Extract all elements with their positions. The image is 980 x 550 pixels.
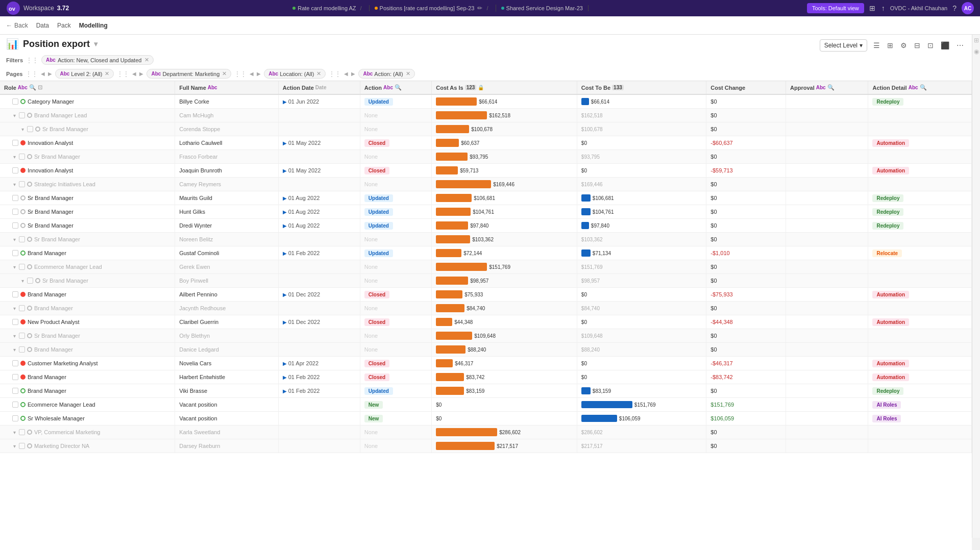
table-row: ▾ Marketing Director NA Darsey RaeburnNo… (0, 439, 972, 453)
col-role-search[interactable]: 🔍 (29, 84, 36, 91)
select-level-button[interactable]: Select Level ▾ (820, 39, 867, 52)
checkbox-0[interactable] (12, 98, 18, 105)
nav-pack[interactable]: Pack (57, 22, 71, 29)
expand-btn-6[interactable]: ▾ (12, 182, 17, 187)
page-chip-close-0[interactable]: ✕ (105, 70, 109, 77)
back-button[interactable]: ← Back (6, 22, 28, 29)
right-panel-icon-2[interactable]: ◉ (974, 48, 979, 55)
checkbox-23[interactable] (12, 415, 18, 421)
pages-next-1[interactable]: ▶ (139, 71, 143, 77)
checkbox-16[interactable] (12, 319, 18, 325)
expand-btn-2[interactable]: ▾ (20, 127, 25, 132)
more-icon[interactable]: ⋯ (954, 40, 966, 51)
page-chip-2[interactable]: Abc Location: (All) ✕ (264, 69, 326, 79)
pages-next-3[interactable]: ▶ (351, 71, 355, 77)
checkbox-3[interactable] (12, 140, 18, 146)
checkbox-22[interactable] (12, 402, 18, 408)
filter-icon[interactable]: ⊟ (912, 40, 922, 51)
cell-actiondetail-17 (868, 329, 972, 343)
page-chip-0[interactable]: Abc Level 2: (All) ✕ (55, 69, 114, 79)
checkbox-20[interactable] (12, 374, 18, 380)
expand-btn-10[interactable]: ▾ (12, 237, 17, 242)
checkbox-8[interactable] (12, 209, 18, 215)
action-badge-7: Updated (364, 194, 393, 202)
help-icon[interactable]: ? (951, 3, 958, 13)
top-tab-2[interactable]: Shared Service Design Mar-23 (496, 5, 589, 11)
checkbox-19[interactable] (12, 360, 18, 366)
status-dot-25 (27, 443, 32, 448)
col-role-sort[interactable]: ⊡ (38, 84, 42, 91)
columns-icon[interactable]: ⊡ (925, 40, 936, 51)
grid-view-icon[interactable]: ⊞ (885, 40, 895, 51)
checkbox-13[interactable] (27, 278, 33, 284)
expand-btn-18[interactable]: ▾ (12, 347, 17, 353)
expand-btn-12[interactable]: ▾ (12, 264, 17, 270)
checkbox-25[interactable] (19, 443, 25, 449)
cell-date-12 (278, 260, 360, 274)
tools-default-view-button[interactable]: Tools: Default view (807, 3, 864, 13)
cost-change-val-21: $0 (710, 388, 717, 394)
expand-btn-24[interactable]: ▾ (12, 430, 17, 435)
page-chip-close-2[interactable]: ✕ (316, 70, 321, 77)
cell-approval-16 (786, 315, 868, 329)
cell-costchange-11: -$1,010 (706, 246, 786, 260)
checkbox-24[interactable] (19, 429, 25, 435)
checkbox-17[interactable] (19, 333, 25, 339)
checkbox-4[interactable] (19, 154, 25, 160)
action-badge-19: Closed (364, 360, 389, 367)
action-badge-14: Closed (364, 291, 389, 298)
expand-btn-1[interactable]: ▾ (12, 113, 17, 118)
pages-prev-1[interactable]: ◀ (132, 71, 136, 77)
cell-action-9: Updated (360, 219, 431, 233)
page-chip-close-1[interactable]: ✕ (222, 70, 227, 77)
top-tab-1[interactable]: Positions [rate card modelling] Sep-23 ✏… (370, 5, 496, 12)
col-actiondetail-search[interactable]: 🔍 (920, 84, 927, 91)
nav-data[interactable]: Data (36, 22, 49, 29)
checkbox-21[interactable] (12, 388, 18, 394)
cost-change-val-14: -$75,933 (710, 291, 732, 297)
title-dropdown-icon[interactable]: ▾ (94, 40, 97, 48)
pages-prev-2[interactable]: ◀ (250, 71, 254, 77)
page-chip-1[interactable]: Abc Department: Marketing ✕ (146, 69, 231, 79)
download-icon[interactable]: ⬛ (939, 40, 951, 51)
pages-prev-icon[interactable]: ◀ (41, 71, 45, 77)
nav-modelling[interactable]: Modelling (79, 22, 108, 29)
cell-actiondetail-8: Redeploy (868, 205, 972, 219)
checkbox-15[interactable] (19, 305, 25, 311)
filter-close-0[interactable]: ✕ (144, 57, 149, 63)
filter-chip-0[interactable]: Abc Action: New, Closed and Updated ✕ (41, 55, 154, 65)
col-approval-search[interactable]: 🔍 (827, 84, 835, 91)
checkbox-6[interactable] (19, 181, 25, 187)
checkbox-12[interactable] (19, 264, 25, 270)
expand-btn-25[interactable]: ▾ (12, 443, 17, 449)
expand-btn-15[interactable]: ▾ (12, 306, 17, 311)
col-action-search[interactable]: 🔍 (395, 84, 402, 91)
layout-icon[interactable]: ⊞ (868, 3, 876, 13)
status-dot-17 (27, 333, 32, 338)
share-icon[interactable]: ↑ (880, 3, 886, 13)
table-row: ▾ Brand Manager Danice LedgardNone $88,2… (0, 343, 972, 357)
checkbox-10[interactable] (19, 236, 25, 242)
checkbox-2[interactable] (27, 126, 33, 132)
pages-prev-3[interactable]: ◀ (344, 71, 348, 77)
page-chip-3[interactable]: Abc Action: (All) ✕ (358, 69, 414, 79)
cell-date-17 (278, 329, 360, 343)
checkbox-14[interactable] (12, 291, 18, 297)
expand-btn-13[interactable]: ▾ (20, 278, 25, 284)
checkbox-7[interactable] (12, 195, 18, 201)
list-view-icon[interactable]: ☰ (871, 40, 882, 51)
expand-btn-17[interactable]: ▾ (12, 333, 17, 339)
pages-next-icon[interactable]: ▶ (48, 71, 52, 77)
tab-edit-icon-1[interactable]: ✏ (477, 5, 482, 12)
right-panel-icon-1[interactable]: ⊞ (974, 37, 979, 44)
checkbox-5[interactable] (12, 167, 18, 173)
page-chip-close-3[interactable]: ✕ (406, 70, 410, 77)
checkbox-1[interactable] (19, 112, 25, 118)
settings-icon[interactable]: ⚙ (898, 40, 909, 51)
checkbox-11[interactable] (12, 250, 18, 256)
pages-next-2[interactable]: ▶ (257, 71, 261, 77)
checkbox-18[interactable] (19, 346, 25, 353)
checkbox-9[interactable] (12, 222, 18, 229)
expand-btn-4[interactable]: ▾ (12, 154, 17, 160)
top-tab-0[interactable]: Rate card modelling AZ / (287, 5, 369, 11)
